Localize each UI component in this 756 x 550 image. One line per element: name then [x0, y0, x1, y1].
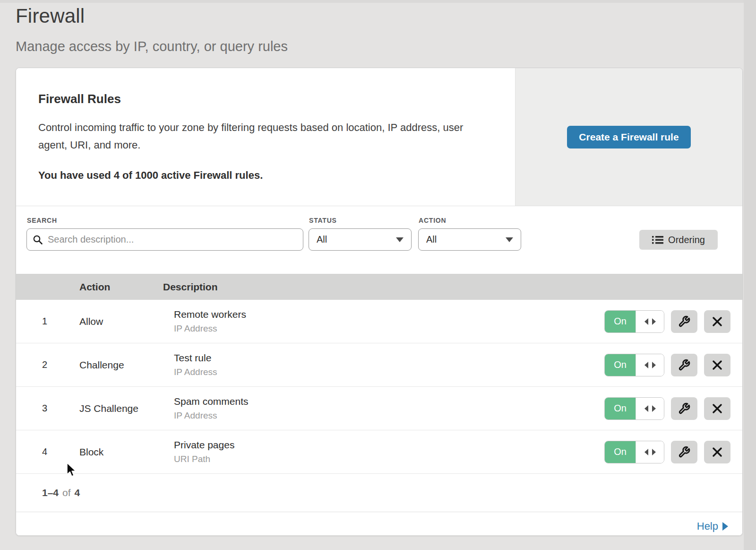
rule-enabled-toggle[interactable]: On — [604, 441, 664, 463]
rule-priority: 4 — [42, 446, 69, 457]
edit-rule-button[interactable] — [671, 354, 697, 376]
toggle-on-label: On — [605, 441, 636, 463]
status-select[interactable]: All — [309, 228, 412, 251]
chevron-down-icon — [506, 237, 513, 242]
status-label: STATUS — [309, 217, 337, 224]
delete-rule-button[interactable] — [704, 397, 730, 420]
wrench-icon — [678, 402, 690, 415]
status-select-value: All — [317, 234, 327, 245]
pagination-of: of — [62, 487, 71, 498]
rule-description: Private pages — [174, 439, 604, 451]
wrench-icon — [678, 315, 690, 328]
left-right-arrows-icon — [644, 362, 656, 368]
close-icon — [712, 403, 722, 414]
rule-controls: On — [604, 310, 730, 333]
create-firewall-rule-button[interactable]: Create a Firewall rule — [567, 126, 690, 148]
rule-field: IP Address — [174, 410, 604, 421]
rules-info: Firewall Rules Control incoming traffic … — [16, 68, 515, 206]
pagination: 1–4 of 4 — [16, 474, 742, 512]
left-right-arrows-icon — [644, 449, 656, 455]
rule-controls: On — [604, 397, 730, 420]
help-link-label: Help — [697, 520, 718, 533]
rule-description-cell: Private pages URI Path — [174, 439, 604, 464]
pagination-range: 1–4 — [42, 487, 59, 498]
toggle-on-label: On — [605, 354, 636, 376]
card-footer: Help — [16, 512, 742, 536]
rule-field: URI Path — [174, 454, 604, 464]
rule-description-cell: Test rule IP Address — [174, 352, 604, 377]
rules-table-body: 1 Allow Remote workers IP Address On — [16, 300, 742, 474]
rules-heading: Firewall Rules — [38, 92, 487, 106]
close-icon — [712, 360, 722, 370]
rule-field: IP Address — [174, 323, 604, 334]
rule-description-cell: Spam comments IP Address — [174, 396, 604, 421]
table-row: 3 JS Challenge Spam comments IP Address … — [16, 387, 742, 430]
left-right-arrows-icon — [644, 405, 656, 412]
window-top-edge — [0, 0, 756, 3]
rule-enabled-toggle[interactable]: On — [604, 397, 664, 420]
rule-action: Block — [79, 446, 174, 458]
rule-description-cell: Remote workers IP Address — [174, 309, 604, 334]
rules-description: Control incoming traffic to your zone by… — [38, 119, 485, 154]
firewall-rules-card: Firewall Rules Control incoming traffic … — [16, 68, 743, 536]
table-row: 1 Allow Remote workers IP Address On — [16, 300, 742, 343]
rules-cta-panel: Create a Firewall rule — [515, 68, 742, 206]
rules-overview-section: Firewall Rules Control incoming traffic … — [16, 68, 742, 206]
close-icon — [712, 447, 722, 457]
rule-priority: 1 — [42, 316, 69, 327]
search-label: SEARCH — [27, 217, 57, 224]
rule-enabled-toggle[interactable]: On — [604, 310, 664, 333]
left-right-arrows-icon — [644, 318, 656, 325]
rules-usage-text: You have used 4 of 1000 active Firewall … — [38, 169, 487, 182]
table-header: Action Description — [16, 274, 742, 300]
wrench-icon — [678, 359, 690, 371]
action-label: ACTION — [419, 217, 446, 224]
column-header-description: Description — [163, 281, 218, 293]
rule-field: IP Address — [174, 367, 604, 377]
toggle-on-label: On — [605, 398, 636, 419]
window-right-edge — [744, 0, 756, 550]
delete-rule-button[interactable] — [704, 310, 730, 333]
rule-priority: 3 — [42, 403, 69, 414]
rule-action: Challenge — [79, 359, 174, 371]
rule-action: JS Challenge — [79, 403, 174, 414]
rule-controls: On — [604, 441, 730, 463]
delete-rule-button[interactable] — [704, 354, 730, 376]
page-title: Firewall — [16, 5, 288, 27]
rule-description: Test rule — [174, 352, 604, 364]
table-row: 2 Challenge Test rule IP Address On — [16, 343, 742, 387]
search-box[interactable] — [26, 228, 303, 251]
ordering-button-label: Ordering — [668, 235, 705, 245]
toggle-handle[interactable] — [636, 311, 664, 332]
rule-action: Allow — [79, 316, 174, 327]
page-subtitle: Manage access by IP, country, or query r… — [16, 39, 288, 54]
wrench-icon — [678, 446, 690, 458]
rule-priority: 2 — [42, 359, 69, 370]
edit-rule-button[interactable] — [671, 441, 697, 463]
help-link[interactable]: Help — [697, 520, 728, 533]
search-icon — [33, 235, 43, 245]
rule-description: Spam comments — [174, 396, 604, 407]
rule-enabled-toggle[interactable]: On — [604, 354, 664, 376]
toggle-handle[interactable] — [636, 441, 664, 463]
rule-description: Remote workers — [174, 309, 604, 320]
action-select-value: All — [426, 234, 437, 245]
pagination-total: 4 — [75, 487, 80, 498]
page-header: Firewall Manage access by IP, country, o… — [16, 5, 288, 54]
action-select[interactable]: All — [418, 228, 521, 251]
table-row: 4 Block Private pages URI Path On — [16, 430, 742, 474]
edit-rule-button[interactable] — [671, 397, 697, 420]
toggle-handle[interactable] — [636, 398, 664, 419]
edit-rule-button[interactable] — [671, 310, 697, 333]
filters-bar: SEARCH STATUS All ACTION All — [16, 206, 742, 274]
search-input[interactable] — [48, 234, 297, 245]
toggle-on-label: On — [605, 311, 636, 332]
column-header-action: Action — [79, 281, 163, 293]
rule-controls: On — [604, 354, 730, 376]
close-icon — [712, 316, 722, 327]
ordered-list-icon — [652, 235, 663, 244]
delete-rule-button[interactable] — [704, 441, 730, 463]
chevron-down-icon — [396, 237, 404, 242]
ordering-button[interactable]: Ordering — [639, 230, 718, 250]
toggle-handle[interactable] — [636, 354, 664, 376]
